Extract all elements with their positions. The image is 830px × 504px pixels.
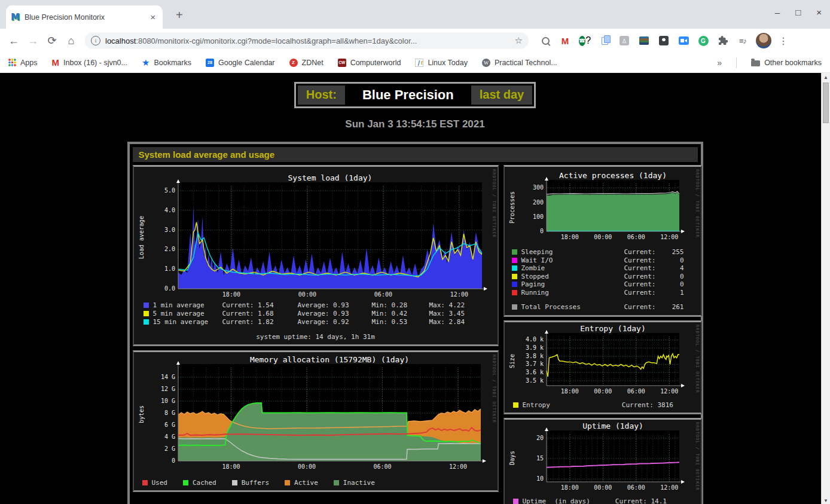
url-text[interactable]: localhost:8080/monitorix-cgi/monitorix.c… xyxy=(105,36,511,45)
apps-grid-icon xyxy=(8,59,16,66)
books-extension-icon[interactable] xyxy=(638,35,650,47)
rrdtool-credit: RRDTOOL / TOBI OETIKER xyxy=(492,355,496,423)
new-tab-button[interactable]: + xyxy=(176,8,183,22)
entropy-graph[interactable]: 3.5 k3.6 k3.7 k3.8 k3.9 k4.0 k18:0000:00… xyxy=(507,325,698,395)
svg-text:3.5 k: 3.5 k xyxy=(525,377,543,383)
bookmark-label: Inbox (16) - sjvn0... xyxy=(63,59,127,67)
copy-icon xyxy=(602,37,608,45)
bookmark-label: Practical Technol... xyxy=(495,59,557,67)
processes-graph[interactable]: 010020030018:0000:0006:0012:00Active pro… xyxy=(507,169,698,242)
grammarly-extension-icon[interactable]: G xyxy=(697,35,709,47)
bookmark-bookmarks[interactable]: ★Bookmarks xyxy=(142,57,191,68)
svg-text:Days: Days xyxy=(509,450,515,465)
window-close-button[interactable]: × xyxy=(816,7,822,17)
lamp-extension-icon[interactable] xyxy=(658,35,670,47)
monitorix-favicon: M xyxy=(11,12,20,23)
svg-text:00:00: 00:00 xyxy=(297,463,315,470)
svg-text:00:00: 00:00 xyxy=(594,388,612,395)
legend-color-uptime xyxy=(513,499,518,504)
system-load-graph[interactable]: 0.01.02.03.04.05.018:0000:0006:0012:00Sy… xyxy=(136,169,495,298)
memory-graph[interactable]: 02 G4 G6 G8 G10 G12 G14 G18:0000:0006:00… xyxy=(136,355,495,471)
rrdtool-credit: RRDTOOL / TOBI OETIKER xyxy=(695,169,700,238)
linux-today-icon: ❘t xyxy=(415,59,423,67)
svg-text:0.0: 0.0 xyxy=(164,285,175,292)
svg-text:06:00: 06:00 xyxy=(374,291,392,298)
browser-menu-icon[interactable]: ⋮ xyxy=(779,35,788,47)
svg-text:System load (1day): System load (1day) xyxy=(288,173,372,182)
svg-text:06:00: 06:00 xyxy=(373,463,391,470)
rrdtool-credit: RRDTOOL / TOBI OETIKER xyxy=(695,422,700,491)
bookmark-linux-today[interactable]: ❘tLinux Today xyxy=(415,59,468,67)
scrollbar-down-arrow[interactable]: ▼ xyxy=(822,496,830,504)
bookmark-label: Linux Today xyxy=(428,59,468,67)
legend-row: 15 min averageCurrent: 1.82Average: 0.92… xyxy=(136,317,495,326)
browser-tab[interactable]: M Blue Precision Monitorix × xyxy=(6,5,163,29)
voice-extension-icon[interactable]: ☎? xyxy=(579,35,591,47)
svg-text:2 G: 2 G xyxy=(164,445,175,452)
svg-text:300: 300 xyxy=(532,184,543,191)
copy-pages-extension-icon[interactable] xyxy=(599,35,611,47)
report-datetime: Sun Jan 3 13:54:15 EST 2021 xyxy=(127,118,703,130)
svg-text:00:00: 00:00 xyxy=(594,234,612,240)
bookmark-google-calendar[interactable]: 28Google Calendar xyxy=(206,59,275,67)
entropy-legend-label: Entropy xyxy=(523,401,550,409)
page-scrollbar[interactable]: ▲ ▼ xyxy=(821,73,830,504)
home-button[interactable]: ⌂ xyxy=(62,32,80,50)
legend-color-sleeping xyxy=(512,249,517,255)
svg-text:06:00: 06:00 xyxy=(627,388,645,395)
bookmark-practical-technology[interactable]: WPractical Technol... xyxy=(482,59,557,67)
reload-button[interactable]: ⟳ xyxy=(43,32,61,50)
address-bar[interactable]: i localhost:8080/monitorix-cgi/monitorix… xyxy=(85,32,529,49)
svg-text:Size: Size xyxy=(509,353,515,368)
svg-text:00:00: 00:00 xyxy=(298,291,316,298)
svg-text:20: 20 xyxy=(536,434,543,441)
legend-item: Buffers xyxy=(232,479,269,487)
svg-text:1.0: 1.0 xyxy=(164,265,175,272)
bookmark-zdnet[interactable]: ZZDNet xyxy=(289,59,324,67)
legend-color-cached xyxy=(183,480,188,485)
monitorix-page: Host: Blue Precision last day Sun Jan 3 … xyxy=(0,73,830,504)
browser-toolbar: ← → ⟳ ⌂ i localhost:8080/monitorix-cgi/m… xyxy=(0,29,830,53)
other-bookmarks[interactable]: Other bookmarks xyxy=(751,59,822,67)
svg-text:Processes: Processes xyxy=(509,191,515,224)
back-button[interactable]: ← xyxy=(5,32,23,50)
period-label: last day xyxy=(471,85,532,105)
host-header: Host: Blue Precision last day xyxy=(127,82,703,108)
url-host: localhost xyxy=(105,36,136,45)
bookmark-computerworld[interactable]: CWComputerworld xyxy=(338,59,401,67)
window-minimize-button[interactable]: – xyxy=(775,7,780,17)
site-info-icon[interactable]: i xyxy=(91,36,100,45)
legend-row: SleepingCurrent:255 xyxy=(507,248,698,256)
svg-text:10: 10 xyxy=(536,475,543,482)
playlist-extension-icon[interactable]: ≡♪ xyxy=(737,35,749,47)
host-name: Blue Precision xyxy=(347,85,469,105)
scrollbar-thumb[interactable] xyxy=(823,83,829,123)
svg-text:Memory allocation (15792MB) (: Memory allocation (15792MB) (1day) xyxy=(249,355,408,364)
forward-button[interactable]: → xyxy=(24,32,42,50)
search-extension-icon[interactable] xyxy=(539,35,551,47)
bookmark-inbox[interactable]: MInbox (16) - sjvn0... xyxy=(52,57,128,68)
tab-close-icon[interactable]: × xyxy=(148,12,158,22)
entropy-current: Current: 3816 xyxy=(622,401,673,409)
bookmark-apps[interactable]: Apps xyxy=(8,59,38,67)
legend-row: StoppedCurrent:0 xyxy=(507,273,698,281)
uptime-graph[interactable]: 10152018:0000:0006:0012:00Uptime (1day)D… xyxy=(507,422,698,491)
gmail-extension-icon[interactable]: M xyxy=(559,35,571,47)
bookmark-star-icon[interactable]: ☆ xyxy=(515,35,523,46)
zdnet-icon: Z xyxy=(289,59,298,67)
svg-text:5.0: 5.0 xyxy=(164,187,175,194)
gray-app-extension-icon[interactable]: ♙ xyxy=(618,35,630,47)
profile-avatar[interactable] xyxy=(756,33,771,48)
legend-color-entropy xyxy=(513,402,518,408)
camera-extension-icon[interactable] xyxy=(678,35,689,47)
gmail-m-icon: M xyxy=(562,36,569,46)
scrollbar-up-arrow[interactable]: ▲ xyxy=(822,73,830,81)
svg-text:3.6 k: 3.6 k xyxy=(525,369,543,375)
bookmarks-overflow-chevron[interactable]: » xyxy=(717,58,722,68)
window-maximize-button[interactable]: □ xyxy=(795,7,801,17)
phone-icon: ☎ xyxy=(579,36,585,46)
processes-panel: 010020030018:0000:0006:0012:00Active pro… xyxy=(504,165,702,317)
legend-color-waitio xyxy=(512,258,517,263)
extensions-menu-button[interactable] xyxy=(717,35,729,47)
uptime-legend-label: Uptime xyxy=(523,497,547,504)
